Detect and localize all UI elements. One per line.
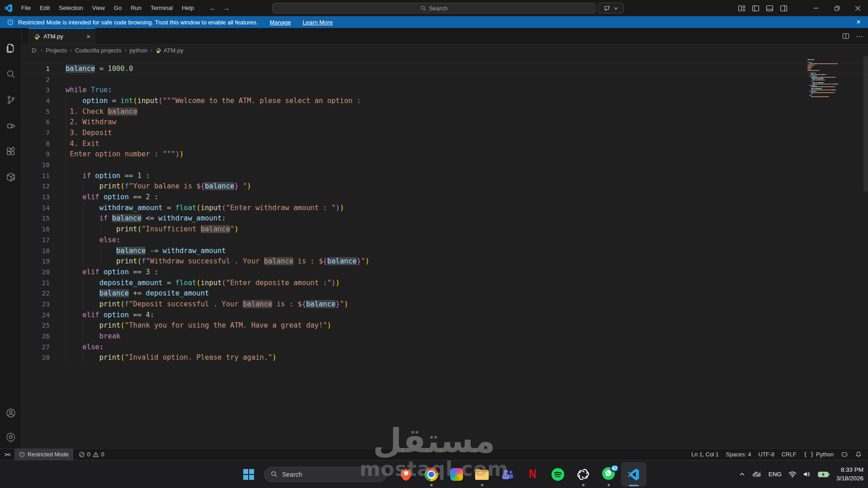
code-line[interactable]: 1balance = 1000.0 [22, 63, 868, 74]
close-window-button[interactable] [847, 0, 868, 16]
tray-chevron-up-icon[interactable] [739, 471, 745, 477]
code-line[interactable]: 10 [22, 160, 868, 170]
code-line[interactable]: 4 option = int(input("""Welcome to the A… [22, 95, 868, 106]
menu-go[interactable]: Go [110, 3, 125, 13]
source-control-icon[interactable] [0, 87, 22, 113]
code-line[interactable]: 26 break [22, 331, 868, 342]
customize-layout-icon[interactable] [738, 5, 745, 12]
code-line[interactable]: 6 2. Withdraw [22, 117, 868, 127]
code-line[interactable]: 20 elif option == 3 : [22, 267, 868, 277]
whatsapp-icon[interactable]: 47 [596, 462, 621, 487]
code-line[interactable]: 17 else: [22, 235, 868, 245]
breadcrumb-drive[interactable]: D: [32, 47, 38, 54]
restricted-mode-status[interactable]: Restricted Mode [14, 449, 73, 460]
breadcrumb-file[interactable]: ATM.py [156, 47, 184, 54]
microsoft365-icon[interactable] [444, 462, 469, 487]
banner-close-icon[interactable]: × [854, 18, 863, 26]
code-line[interactable]: 22 balance += deposite_amount [22, 288, 868, 299]
menu-view[interactable]: View [89, 3, 108, 13]
run-debug-icon[interactable] [0, 113, 22, 138]
language-mode-status[interactable]: { } Python [804, 451, 834, 458]
code-editor[interactable]: 1balance = 1000.023while True:4 option =… [22, 56, 868, 448]
code-line[interactable]: 8 4. Exit [22, 138, 868, 149]
brave-icon[interactable] [393, 462, 419, 487]
code-line[interactable]: 11 if option == 1 : [22, 170, 868, 181]
code-line[interactable]: 9 Enter option number : """)) [22, 149, 868, 160]
taskbar-search[interactable]: Search [264, 467, 387, 482]
toggle-secondary-sidebar-icon[interactable] [780, 5, 788, 12]
tab-atm-py[interactable]: ATM.py × [28, 28, 95, 44]
menu-file[interactable]: File [18, 3, 34, 13]
code-line[interactable]: 14 withdraw_amount = float(input("Enter … [22, 202, 868, 213]
code-line[interactable]: 13 elif option == 2 : [22, 192, 868, 202]
copilot-chat-button[interactable] [598, 3, 624, 14]
indent-guide [66, 299, 66, 310]
breadcrumb-python[interactable]: python [130, 47, 147, 54]
code-line[interactable]: 3while True: [22, 84, 868, 95]
minimap[interactable] [807, 59, 849, 97]
restore-button[interactable] [826, 0, 847, 16]
toggle-panel-icon[interactable] [766, 5, 774, 12]
account-icon[interactable] [0, 400, 22, 426]
code-line[interactable]: 18 balance -= withdraw_amount [22, 245, 868, 256]
code-line[interactable]: 15 if balance <= withdraw_amount: [22, 213, 868, 224]
container-tools-icon[interactable] [0, 164, 22, 190]
breadcrumb-codezilla[interactable]: Codezilla projects [75, 47, 122, 54]
encoding-status[interactable]: UTF-8 [758, 451, 774, 458]
chrome-icon[interactable] [419, 462, 444, 487]
code-line[interactable]: 21 deposite_amount = float(input("Enter … [22, 277, 868, 288]
menu-selection[interactable]: Selection [55, 3, 86, 13]
extensions-icon[interactable] [0, 138, 22, 164]
start-button[interactable] [239, 468, 259, 481]
chatgpt-icon[interactable] [571, 462, 596, 487]
code-line[interactable]: 7 3. Deposit [22, 127, 868, 138]
minimize-button[interactable] [806, 0, 826, 16]
code-line[interactable]: 5 1. Check balance [22, 106, 868, 117]
toggle-primary-sidebar-icon[interactable] [752, 5, 760, 12]
menu-edit[interactable]: Edit [36, 3, 53, 13]
notifications-bell-icon[interactable] [855, 451, 862, 458]
copilot-status-icon[interactable] [841, 451, 848, 458]
search-sidebar-icon[interactable] [0, 61, 22, 87]
wifi-icon[interactable] [788, 471, 797, 478]
remote-indicator-icon[interactable]: >< [0, 451, 14, 458]
code-line[interactable]: 23 print(f"Deposit successful . Your bal… [22, 299, 868, 310]
menu-terminal[interactable]: Terminal [147, 3, 176, 13]
settings-gear-icon[interactable] [0, 426, 22, 448]
code-line[interactable]: 12 print(f"Your balane is ${balance} ") [22, 181, 868, 192]
code-line[interactable]: 19 print(f"Withdraw successful . Your ba… [22, 256, 868, 267]
learn-more-link[interactable]: Learn More [302, 19, 332, 26]
back-arrow-icon[interactable]: ← [209, 4, 217, 12]
volume-icon[interactable] [803, 471, 811, 478]
netflix-icon[interactable]: N [520, 462, 545, 487]
indentation-status[interactable]: Spaces: 4 [726, 451, 751, 458]
breadcrumb-projects[interactable]: Projects [46, 47, 67, 54]
battery-charging-icon[interactable] [818, 471, 830, 478]
tab-close-icon[interactable]: × [86, 33, 90, 40]
code-line[interactable]: 2 [22, 74, 868, 85]
forward-arrow-icon[interactable]: → [223, 4, 230, 12]
input-language-indicator[interactable]: ENG [769, 471, 782, 478]
file-explorer-icon[interactable] [469, 462, 495, 487]
spotify-icon[interactable] [545, 462, 571, 487]
code-line[interactable]: 27 else: [22, 342, 868, 352]
eol-status[interactable]: CRLF [782, 451, 797, 458]
manage-link[interactable]: Manage [269, 19, 291, 26]
code-line[interactable]: 16 print("Insufficient balance") [22, 224, 868, 235]
menu-run[interactable]: Run [127, 3, 145, 13]
onedrive-paused-icon[interactable] [752, 471, 762, 478]
code-line[interactable]: 25 print("Thank you for using the ATM. H… [22, 320, 868, 331]
command-center-search[interactable]: Search [272, 3, 596, 14]
split-editor-icon[interactable] [842, 33, 849, 40]
code-line[interactable]: 28 print("Invalid option. Please try aga… [22, 352, 868, 363]
cursor-position-status[interactable]: Ln 1, Col 1 [691, 451, 718, 458]
vscode-taskbar-icon[interactable] [621, 462, 646, 487]
editor-scrollbar[interactable] [863, 56, 868, 192]
explorer-icon[interactable] [0, 35, 22, 61]
teams-icon[interactable]: T [495, 462, 520, 487]
menu-help[interactable]: Help [178, 3, 198, 13]
code-line[interactable]: 24 elif option == 4: [22, 310, 868, 320]
taskbar-clock[interactable]: 8:33 PM 3/18/2026 [836, 466, 863, 482]
problems-status[interactable]: 0 0 [79, 451, 104, 458]
editor-actions-more-icon[interactable]: ⋯ [856, 32, 863, 41]
